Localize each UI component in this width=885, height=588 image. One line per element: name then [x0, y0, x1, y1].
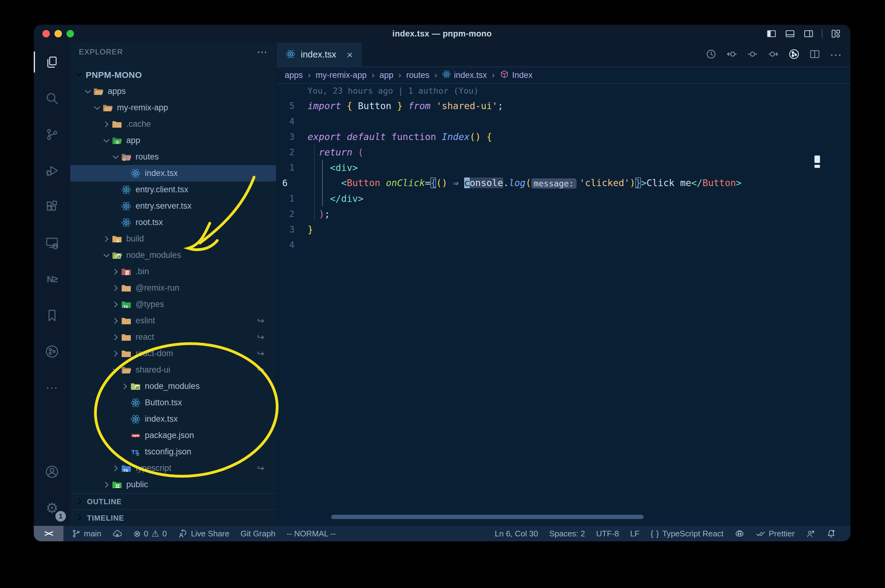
tab-index-tsx[interactable]: index.tsx ×	[277, 43, 362, 66]
tree-item-shared-ui[interactable]: shared-ui↪	[70, 362, 276, 378]
activity-remote-explorer-icon[interactable]	[34, 225, 70, 261]
chevron-right-icon	[75, 497, 84, 507]
status-vim-mode[interactable]: -- NORMAL --	[286, 529, 336, 538]
activity-run-debug-icon[interactable]	[34, 152, 70, 189]
code-line: 6 <Button onClick={() ⇒ console.log(mess…	[277, 175, 850, 191]
tree-item-my-remix-app[interactable]: my-remix-app	[70, 99, 276, 116]
activity-extensions-icon[interactable]	[34, 189, 70, 225]
tree-item--bin[interactable]: 0110.bin	[70, 263, 276, 280]
more-actions-icon[interactable]: ⋯	[830, 48, 842, 62]
breadcrumb-item-app[interactable]: app	[379, 70, 393, 80]
tree-item-label: public	[126, 480, 148, 489]
svg-text:JS: JS	[117, 254, 120, 258]
status-copilot[interactable]	[734, 529, 745, 538]
status-encoding[interactable]: UTF-8	[596, 529, 619, 538]
line-number: 4	[277, 116, 308, 126]
tree-item-node-modules[interactable]: JSnode_modules	[70, 378, 276, 394]
layout-panel-icon[interactable]	[785, 28, 795, 39]
change-icon[interactable]	[747, 48, 758, 61]
horizontal-scrollbar[interactable]	[331, 515, 644, 519]
tree-item-entry-server-tsx[interactable]: entry.server.tsx	[70, 198, 276, 214]
split-editor-icon[interactable]	[809, 48, 820, 61]
minimize-button[interactable]	[54, 30, 62, 38]
line-number: 1	[277, 162, 308, 173]
explorer-title: EXPLORER	[79, 48, 123, 56]
code-editor[interactable]: You, 23 hours ago | 1 author (You)5impor…	[277, 82, 850, 526]
activity-accounts-icon[interactable]	[34, 453, 70, 490]
breadcrumb-item-apps[interactable]: apps	[285, 70, 303, 80]
activity-explorer-icon[interactable]	[34, 44, 70, 80]
tree-item-index-tsx[interactable]: index.tsx	[70, 165, 276, 182]
status-git-branch[interactable]: main	[71, 529, 101, 538]
tree-item-package-json[interactable]: npmpackage.json	[70, 427, 276, 444]
tree-item--types[interactable]: TS@types	[70, 296, 276, 312]
breadcrumb-item-index[interactable]: Index	[500, 69, 533, 81]
layout-customize-icon[interactable]	[831, 28, 841, 39]
status-sync-changes[interactable]	[112, 529, 122, 538]
remote-indicator[interactable]: ><	[34, 526, 63, 542]
activity-search-icon[interactable]	[34, 80, 70, 116]
breadcrumb-item-index-tsx[interactable]: index.tsx	[442, 70, 487, 81]
activity-more-views-icon[interactable]: ⋯	[34, 369, 70, 406]
status-feedback[interactable]	[806, 529, 815, 538]
zoom-button[interactable]	[66, 30, 74, 38]
svg-text:⚙: ⚙	[136, 452, 140, 457]
status-problems[interactable]: ⊗ 0 ⚠ 0	[133, 529, 167, 539]
section-timeline[interactable]: TIMELINE	[70, 510, 276, 526]
git-graph-bright-icon[interactable]	[789, 48, 799, 61]
file-history-icon[interactable]	[706, 48, 716, 61]
status-eol[interactable]: LF	[630, 529, 639, 538]
react-icon	[286, 50, 295, 60]
status-indentation[interactable]: Spaces: 2	[549, 529, 585, 538]
tree-item-label: routes	[135, 152, 159, 162]
tree-item-button-tsx[interactable]: Button.tsx	[70, 394, 276, 411]
status-prettier[interactable]: Prettier	[756, 529, 795, 538]
project-root-row[interactable]: PNPM-MONO	[70, 68, 276, 82]
tree-item-entry-client-tsx[interactable]: entry.client.tsx	[70, 182, 276, 198]
symlink-icon: ↪	[257, 332, 264, 342]
activity-nx-console-icon[interactable]: N≥	[34, 261, 70, 297]
tree-item-index-tsx[interactable]: index.tsx	[70, 411, 276, 427]
breadcrumb-item-my-remix-app[interactable]: my-remix-app	[316, 70, 367, 80]
svg-text:JS: JS	[135, 386, 139, 389]
tree-item-react-dom[interactable]: react-dom↪	[70, 345, 276, 362]
line-number: 3	[277, 131, 308, 142]
error-icon: ⊗	[133, 529, 140, 539]
breadcrumb-item-routes[interactable]: routes	[406, 70, 429, 80]
status-notifications[interactable]	[826, 529, 836, 538]
symbol-box-icon	[500, 69, 509, 81]
tree-item-label: node_modules	[145, 381, 200, 391]
tree-item-eslint[interactable]: eslint↪	[70, 312, 276, 329]
tree-item-app[interactable]: ⚙app	[70, 132, 276, 149]
tree-item-typescript[interactable]: TStypescript↪	[70, 460, 276, 476]
tree-item--cache[interactable]: .cache	[70, 116, 276, 132]
tree-item-tsconfig-json[interactable]: TS⚙tsconfig.json	[70, 444, 276, 460]
section-outline[interactable]: OUTLINE	[70, 493, 276, 510]
tree-item--remix-run[interactable]: @remix-run	[70, 280, 276, 296]
status-language-mode[interactable]: { }TypeScript React	[651, 529, 724, 538]
tree-item-root-tsx[interactable]: root.tsx	[70, 214, 276, 231]
layout-sidebar-right-icon[interactable]	[803, 28, 814, 39]
activity-settings-icon[interactable]: ⚙1	[34, 490, 70, 526]
prev-change-icon[interactable]	[726, 48, 738, 61]
close-button[interactable]	[42, 30, 50, 38]
activity-source-control-icon[interactable]	[34, 116, 70, 152]
activity-bookmarks-icon[interactable]	[34, 297, 70, 333]
tree-item-public[interactable]: public	[70, 476, 276, 493]
activity-git-graph-icon[interactable]	[34, 333, 70, 369]
status-live-share[interactable]: Live Share	[178, 529, 229, 538]
tree-item-apps[interactable]: apps	[70, 83, 276, 99]
layout-sidebar-left-icon[interactable]	[766, 28, 777, 39]
tree-item-routes[interactable]: routes	[70, 149, 276, 165]
editor-group: index.tsx × ⋯ apps›my-remix-app›app›rout…	[277, 43, 850, 526]
breadcrumb-separator: ›	[307, 70, 311, 80]
status-cursor-position[interactable]: Ln 6, Col 30	[495, 529, 538, 538]
next-change-icon[interactable]	[768, 48, 779, 61]
tree-item-react[interactable]: react↪	[70, 329, 276, 345]
chevron-right-icon	[75, 513, 84, 523]
tab-label: index.tsx	[301, 50, 336, 60]
tree-item-build[interactable]: build	[70, 231, 276, 247]
react-icon	[442, 70, 451, 81]
status-git-graph[interactable]: Git Graph	[241, 529, 275, 538]
tree-item-node-modules[interactable]: JSnode_modules	[70, 247, 276, 263]
